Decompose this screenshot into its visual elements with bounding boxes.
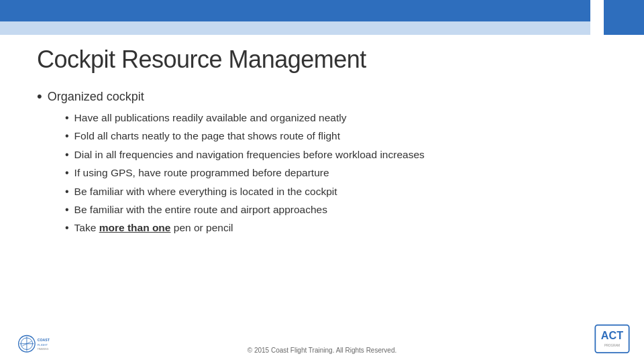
footer: © 2015 Coast Flight Training. All Rights… [0,347,644,354]
sub-bullet-text-4: If using GPS, have route programmed befo… [74,166,329,180]
list-item: • Be familiar with the entire route and … [65,202,607,217]
sub-bullet-text-3: Dial in all frequencies and navigation f… [74,147,425,162]
list-item: • Take more than one pen or pencil [65,221,607,235]
bullet-dot2-3: • [65,147,69,162]
footer-copyright: © 2015 Coast Flight Training. All Rights… [248,347,396,354]
main-content: Cockpit Resource Management • Organized … [37,46,607,325]
svg-text:ACT: ACT [601,329,623,341]
sub-bullet-text-1: Have all publications readily available … [74,111,347,125]
sub-bullet-text-2: Fold all charts neatly to the page that … [74,129,340,143]
top-bar-light [0,21,590,35]
svg-text:FLIGHT: FLIGHT [38,343,48,347]
act-logo-svg: ACT PROGRAM [594,324,631,354]
coast-flight-logo-svg: COAST FLIGHT TRAINING [13,333,67,357]
sub-bullet-text-7: Take more than one pen or pencil [74,221,233,235]
bullet-dot-level1: • [37,88,42,105]
bullet-level1-text: Organized cockpit [48,90,144,104]
text-take: Take [74,222,99,233]
top-bar-container [0,0,644,35]
list-item: • Fold all charts neatly to the page tha… [65,129,607,143]
sub-bullet-text-6: Be familiar with the entire route and ai… [74,202,327,217]
list-item: • Dial in all frequencies and navigation… [65,147,607,162]
svg-text:COAST: COAST [38,338,50,342]
sub-bullets: • Have all publications readily availabl… [65,111,607,236]
svg-text:PROGRAM: PROGRAM [604,344,621,347]
top-bar-light-right [604,21,644,35]
coast-flight-logo: COAST FLIGHT TRAINING [13,333,67,357]
slide-title: Cockpit Resource Management [37,46,607,74]
bullet-dot2-4: • [65,166,69,180]
act-logo: ACT PROGRAM [594,324,631,357]
top-bar-blue-right [604,0,644,21]
bullet-dot2-2: • [65,129,69,143]
list-item: • Be familiar with where everything is l… [65,184,607,199]
bullet-dot2-5: • [65,184,69,199]
top-bar-blue [0,0,590,21]
bullet-level1: • Organized cockpit [37,90,607,105]
svg-text:TRAINING: TRAINING [38,348,49,351]
bullet-dot2-6: • [65,202,69,217]
sub-bullet-text-5: Be familiar with where everything is loc… [74,184,337,199]
text-pen-pencil: pen or pencil [170,222,233,233]
text-more-than-one: more than one [99,222,171,233]
bullet-dot2-7: • [65,221,69,235]
list-item: • Have all publications readily availabl… [65,111,607,125]
bullet-dot2-1: • [65,111,69,125]
list-item: • If using GPS, have route programmed be… [65,166,607,180]
